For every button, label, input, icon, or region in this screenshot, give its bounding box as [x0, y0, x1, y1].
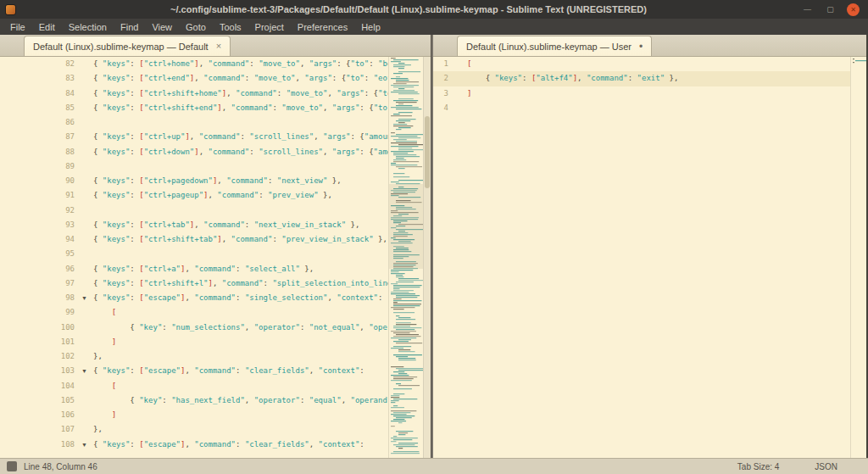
code-line-text: { "keys": ["alt+f4"], "command": "exit" …: [467, 71, 678, 86]
tab-close-icon[interactable]: ×: [216, 42, 221, 51]
line-number: 93: [0, 218, 81, 232]
maximize-icon[interactable]: ▢: [824, 3, 837, 16]
code-row[interactable]: 82{ "keys": ["ctrl+home"], "command": "m…: [0, 57, 388, 71]
editor-split: Default (Linux).sublime-keymap — Default…: [0, 35, 868, 458]
code-row[interactable]: 93{ "keys": ["ctrl+tab"], "command": "ne…: [0, 218, 388, 232]
code-row[interactable]: 87{ "keys": ["ctrl+up"], "command": "scr…: [0, 130, 388, 144]
window-controls: — ▢ ✕: [801, 3, 863, 16]
menu-item-help[interactable]: Help: [354, 19, 387, 35]
code-row[interactable]: 108▼{ "keys": ["escape"], "command": "cl…: [0, 438, 388, 452]
code-row[interactable]: 89: [0, 159, 388, 174]
tab-label: Default (Linux).sublime-keymap — Default: [33, 42, 209, 52]
line-number: 4: [433, 101, 455, 115]
line-number: 96: [0, 262, 81, 276]
code-row[interactable]: 104 [: [0, 379, 388, 393]
line-number: 1: [433, 57, 455, 71]
code-row[interactable]: 91{ "keys": ["ctrl+pageup"], "command": …: [0, 188, 388, 203]
code-row[interactable]: 100 { "key": "num_selections", "operator…: [0, 321, 388, 335]
pane-right: Default (Linux).sublime-keymap — User • …: [433, 35, 866, 458]
code-line-text: { "keys": ["ctrl+pagedown"], "command": …: [93, 174, 342, 188]
menu-item-goto[interactable]: Goto: [179, 19, 213, 35]
line-number: 92: [0, 204, 81, 218]
code-area-right[interactable]: 1[2 { "keys": ["alt+f4"], "command": "ex…: [433, 57, 850, 458]
syntax-indicator[interactable]: JSON: [815, 462, 837, 471]
code-line-text: },: [93, 349, 103, 364]
fold-arrow-icon[interactable]: ▼: [81, 438, 93, 452]
menu-item-edit[interactable]: Edit: [32, 19, 62, 35]
menu-item-project[interactable]: Project: [248, 19, 291, 35]
code-row[interactable]: 105 { "key": "has_next_field", "operator…: [0, 393, 388, 408]
code-row[interactable]: 92: [0, 204, 388, 218]
code-row[interactable]: 1[: [433, 57, 850, 71]
line-number: 108: [0, 438, 81, 452]
menu-item-file[interactable]: File: [3, 19, 32, 35]
pane-left: Default (Linux).sublime-keymap — Default…: [0, 35, 431, 458]
code-row[interactable]: 97{ "keys": ["ctrl+shift+l"], "command":…: [0, 276, 388, 291]
code-line-text: { "keys": ["ctrl+shift+home"], "command"…: [93, 86, 388, 101]
scrollbar-thumb[interactable]: [425, 116, 430, 188]
code-row[interactable]: 86: [0, 115, 388, 130]
code-line-text: { "keys": ["ctrl+end"], "command": "move…: [93, 71, 388, 86]
code-line-text: { "keys": ["escape"], "command": "clear_…: [93, 438, 364, 452]
line-number: 88: [0, 145, 81, 159]
menu-item-tools[interactable]: Tools: [213, 19, 248, 35]
menu-item-selection[interactable]: Selection: [62, 19, 114, 35]
code-line-text: { "keys": ["ctrl+tab"], "command": "next…: [93, 218, 359, 232]
fold-arrow-icon[interactable]: ▼: [81, 364, 93, 378]
code-line-text: { "keys": ["ctrl+pageup"], "command": "p…: [93, 188, 332, 203]
line-number: 100: [0, 321, 81, 335]
minimize-icon[interactable]: —: [801, 3, 814, 16]
tab-default-keymap-default[interactable]: Default (Linux).sublime-keymap — Default…: [24, 36, 231, 56]
editor-left: 82{ "keys": ["ctrl+home"], "command": "m…: [0, 57, 431, 458]
line-number: 106: [0, 408, 81, 422]
code-line-text: { "keys": ["escape"], "command": "clear_…: [93, 364, 364, 378]
code-line-text: { "keys": ["ctrl+a"], "command": "select…: [93, 262, 314, 276]
code-row[interactable]: 94{ "keys": ["ctrl+shift+tab"], "command…: [0, 232, 388, 247]
code-row[interactable]: 2 { "keys": ["alt+f4"], "command": "exit…: [433, 71, 850, 86]
tab-label: Default (Linux).sublime-keymap — User: [466, 42, 632, 52]
code-row[interactable]: 102},: [0, 349, 388, 364]
code-row[interactable]: 85{ "keys": ["ctrl+shift+end"], "command…: [0, 101, 388, 115]
code-row[interactable]: 99 [: [0, 305, 388, 320]
minimap-right[interactable]: [850, 57, 866, 458]
status-icon: [7, 461, 17, 471]
code-row[interactable]: 101 ]: [0, 335, 388, 349]
line-number: 82: [0, 57, 81, 71]
editor-right: 1[2 { "keys": ["alt+f4"], "command": "ex…: [433, 57, 866, 458]
code-row[interactable]: 98▼{ "keys": ["escape"], "command": "sin…: [0, 291, 388, 305]
menu-item-preferences[interactable]: Preferences: [291, 19, 354, 35]
code-line-text: { "key": "num_selections", "operator": "…: [93, 321, 388, 335]
line-number: 83: [0, 71, 81, 86]
line-number: 101: [0, 335, 81, 349]
tab-size-indicator[interactable]: Tab Size: 4: [737, 462, 779, 471]
code-row[interactable]: 103▼{ "keys": ["escape"], "command": "cl…: [0, 364, 388, 378]
line-number: 85: [0, 101, 81, 115]
code-row[interactable]: 107},: [0, 422, 388, 437]
statusbar: Line 48, Column 46 Tab Size: 4 JSON: [0, 458, 868, 474]
menu-item-find[interactable]: Find: [114, 19, 145, 35]
code-row[interactable]: 88{ "keys": ["ctrl+down"], "command": "s…: [0, 145, 388, 159]
code-row[interactable]: 84{ "keys": ["ctrl+shift+home"], "comman…: [0, 86, 388, 101]
scrollbar-left[interactable]: [423, 57, 431, 458]
tabbar-left: Default (Linux).sublime-keymap — Default…: [0, 35, 431, 57]
code-row[interactable]: 95: [0, 247, 388, 261]
code-row[interactable]: 106 ]: [0, 408, 388, 422]
code-row[interactable]: 4: [433, 101, 850, 115]
code-line-text: ]: [467, 86, 471, 101]
code-line-text: },: [93, 422, 103, 437]
minimap-left[interactable]: [388, 57, 423, 458]
line-number: 3: [433, 86, 455, 101]
code-line-text: [: [93, 305, 116, 320]
sublime-text-window: ~/.config/sublime-text-3/Packages/Defaul…: [0, 0, 868, 474]
code-row[interactable]: 96{ "keys": ["ctrl+a"], "command": "sele…: [0, 262, 388, 276]
menu-item-view[interactable]: View: [145, 19, 179, 35]
close-icon[interactable]: ✕: [847, 3, 860, 16]
code-row[interactable]: 83{ "keys": ["ctrl+end"], "command": "mo…: [0, 71, 388, 86]
line-number: 99: [0, 305, 81, 320]
tab-default-keymap-user[interactable]: Default (Linux).sublime-keymap — User •: [457, 36, 652, 56]
code-row[interactable]: 3]: [433, 86, 850, 101]
code-row[interactable]: 90{ "keys": ["ctrl+pagedown"], "command"…: [0, 174, 388, 188]
code-area-left[interactable]: 82{ "keys": ["ctrl+home"], "command": "m…: [0, 57, 388, 458]
fold-arrow-icon[interactable]: ▼: [81, 291, 93, 305]
line-number: 103: [0, 364, 81, 378]
